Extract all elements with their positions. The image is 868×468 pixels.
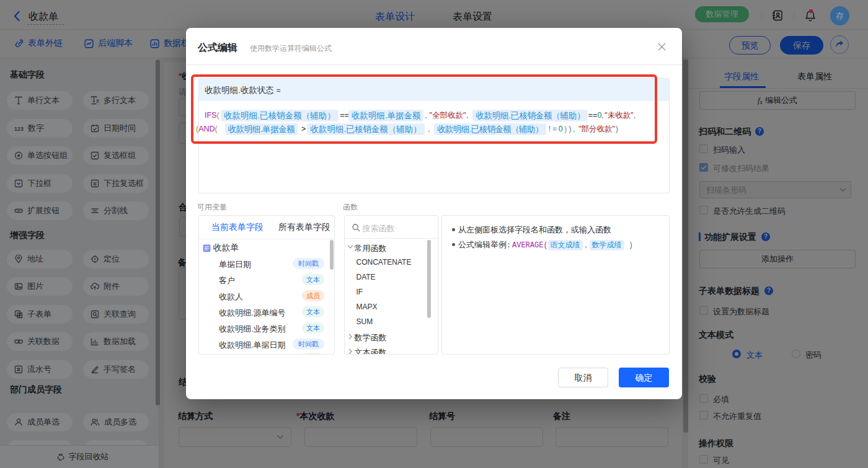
svg-text:123: 123 [14,125,24,131]
